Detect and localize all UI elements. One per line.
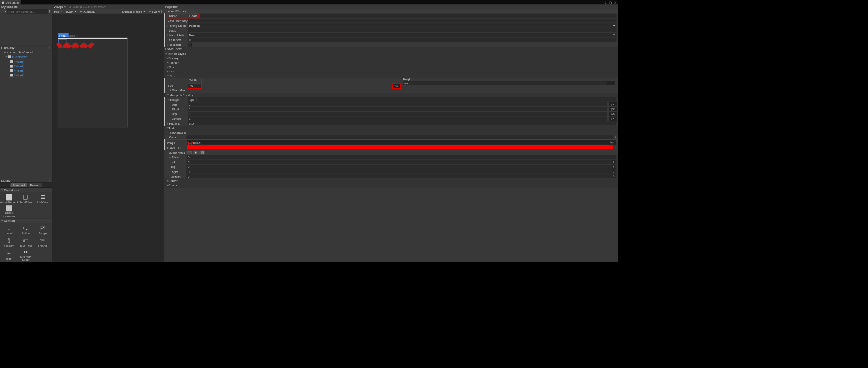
bg-image-field[interactable]: Heart: [187, 140, 616, 145]
lib-foldout[interactable]: Foldout: [34, 236, 51, 249]
chevron-down-icon[interactable]: [5, 56, 7, 57]
lib-minmax-slider[interactable]: Min-Max Slider: [17, 249, 34, 262]
lib-listview[interactable]: ListView: [34, 193, 51, 205]
name-input[interactable]: [200, 14, 617, 18]
eyedropper-icon[interactable]: ⌖: [615, 135, 616, 139]
unit-px[interactable]: px: [609, 107, 617, 111]
eyedropper-icon[interactable]: ⌖: [614, 145, 616, 149]
unit-px[interactable]: px: [609, 112, 617, 116]
hierarchy-container[interactable]: #Container: [0, 54, 52, 59]
picking-mode-value[interactable]: Position: [188, 23, 616, 28]
lib-textfield[interactable]: Text Field: [17, 236, 34, 249]
view-data-key-input[interactable]: [188, 19, 616, 23]
focusable-checkbox[interactable]: [188, 43, 192, 46]
slice-bottom-input[interactable]: 0: [186, 174, 616, 178]
slice-label[interactable]: Slice: [166, 156, 186, 159]
lib-imgui[interactable]: IMGUI Container: [0, 205, 17, 218]
width-input[interactable]: 25: [188, 84, 201, 88]
section-position[interactable]: Position: [164, 60, 618, 65]
zoom-level[interactable]: 100%: [64, 10, 78, 13]
kebab-menu-icon[interactable]: [49, 179, 49, 182]
file-menu[interactable]: File: [52, 10, 64, 13]
slice-left-input[interactable]: 0: [186, 160, 616, 164]
chevron-down-icon[interactable]: [4, 11, 7, 12]
scale-mode-crop[interactable]: [193, 151, 198, 155]
section-visual-element[interactable]: VisualElement: [164, 9, 618, 13]
kebab-menu-icon[interactable]: [161, 10, 162, 13]
spinner-icon[interactable]: [612, 175, 615, 178]
padding-value[interactable]: 0px: [188, 121, 616, 126]
section-align[interactable]: Align: [164, 69, 618, 74]
spinner-icon[interactable]: [612, 160, 615, 164]
lib-toggle[interactable]: Toggle: [34, 223, 51, 236]
library-controls-head[interactable]: Controls: [0, 219, 52, 223]
margin-label[interactable]: Margin: [167, 98, 188, 101]
name-value[interactable]: Heart: [189, 14, 197, 18]
slice-right-input[interactable]: 0: [186, 169, 616, 174]
spinner-icon[interactable]: [612, 165, 615, 169]
margin-top-input[interactable]: 1: [188, 112, 607, 116]
bg-color-swatch[interactable]: ⌖: [186, 135, 616, 139]
bg-tint-swatch[interactable]: ⌖: [187, 145, 616, 149]
scale-mode-fit[interactable]: [199, 151, 205, 155]
margin-left-input[interactable]: 1: [188, 102, 607, 106]
hierarchy-heart-4[interactable]: #Heart: [7, 73, 23, 77]
selector-input[interactable]: [7, 9, 48, 13]
height-input[interactable]: auto: [403, 81, 607, 85]
lib-button[interactable]: Button: [17, 223, 34, 236]
slice-top-input[interactable]: 0: [186, 165, 616, 169]
lib-label[interactable]: TLabel: [0, 223, 17, 236]
lib-slider[interactable]: Slider: [0, 249, 17, 262]
tooltip-input[interactable]: [188, 28, 616, 32]
theme-dropdown[interactable]: Default Theme: [120, 10, 147, 13]
section-inlined-styles[interactable]: Inlined Styles: [164, 51, 618, 56]
canvas[interactable]: #Heart d file>*: [58, 37, 128, 127]
unit-px[interactable]: px: [609, 102, 617, 106]
height-unit[interactable]: -: [607, 81, 615, 85]
margin-bottom-input[interactable]: 1: [188, 116, 607, 121]
viewport-canvas-area[interactable]: #Heart d file>*: [52, 14, 164, 262]
lib-scroller[interactable]: Scroller: [0, 236, 17, 249]
margin-right-input[interactable]: 1: [188, 107, 607, 111]
padding-label[interactable]: Padding: [167, 122, 188, 125]
canvas-selection-tag[interactable]: #Heart: [58, 33, 69, 37]
kebab-menu-icon[interactable]: [49, 10, 50, 13]
heart-element[interactable]: [84, 40, 92, 47]
width-unit[interactable]: %: [393, 84, 400, 88]
scale-mode-stretch[interactable]: [186, 151, 192, 155]
hierarchy-root[interactable]: <unsaved file>*.uxml: [0, 50, 52, 54]
lib-visual-element[interactable]: VisualElement: [0, 193, 17, 205]
kebab-menu-icon[interactable]: [605, 1, 606, 4]
usage-hints-value[interactable]: None: [188, 33, 616, 37]
spinner-icon[interactable]: [612, 170, 615, 173]
section-stylesheet[interactable]: StyleSheet: [164, 47, 618, 51]
object-picker-icon[interactable]: [610, 141, 614, 144]
unit-px[interactable]: px: [609, 116, 617, 121]
section-border[interactable]: Border: [164, 179, 618, 183]
section-text[interactable]: Text: [164, 126, 618, 130]
hierarchy-heart-1[interactable]: #Heart: [7, 59, 23, 64]
hierarchy-heart-2[interactable]: #Heart: [7, 64, 23, 68]
lib-scrollview[interactable]: ScrollView: [17, 193, 34, 205]
kebab-menu-icon[interactable]: [49, 46, 49, 49]
maximize-icon[interactable]: ▢: [609, 0, 613, 4]
close-icon[interactable]: ✕: [613, 0, 617, 4]
section-background[interactable]: Background: [164, 130, 618, 134]
hierarchy-heart-3[interactable]: #Heart: [7, 69, 23, 73]
slice-value[interactable]: 0: [186, 155, 616, 160]
section-margin-padding[interactable]: Margin & Padding: [164, 93, 618, 97]
minmax-label[interactable]: Min - Max: [167, 89, 188, 92]
window-title-tab[interactable]: ▣ UI Builder: [0, 0, 21, 4]
library-containers-head[interactable]: Containers: [0, 188, 52, 192]
section-flex[interactable]: Flex: [164, 65, 618, 69]
chevron-down-icon[interactable]: [1, 52, 4, 53]
tab-standard[interactable]: Standard: [10, 183, 27, 187]
section-display[interactable]: Display: [164, 56, 618, 60]
add-stylesheet-button[interactable]: +: [0, 9, 4, 13]
margin-value[interactable]: 1px: [188, 97, 196, 102]
tab-project[interactable]: Project: [28, 183, 42, 187]
preview-button[interactable]: Preview: [147, 10, 161, 13]
section-cursor[interactable]: Cursor: [164, 183, 618, 188]
tab-index-input[interactable]: 0: [188, 37, 616, 42]
fit-canvas-button[interactable]: Fit Canvas: [78, 10, 97, 13]
